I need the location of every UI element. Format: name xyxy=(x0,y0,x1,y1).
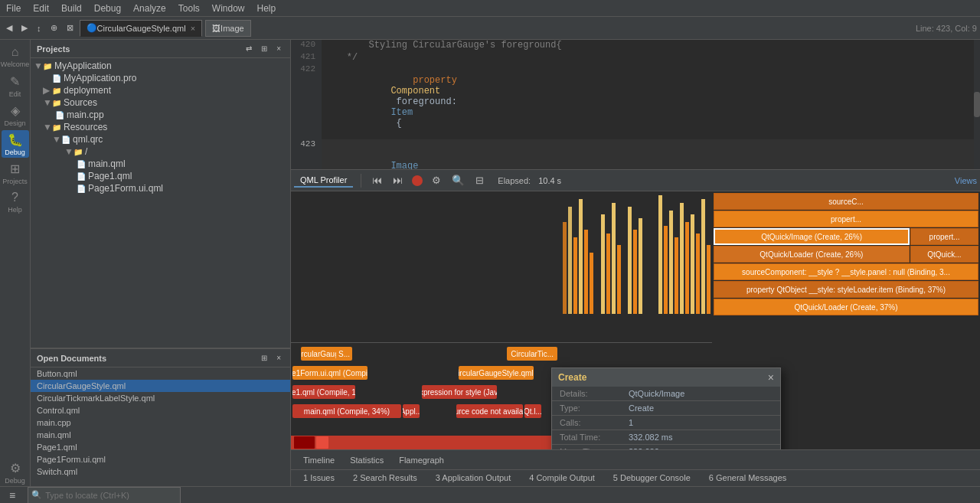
menu-debug[interactable]: Debug xyxy=(88,2,127,15)
open-docs-split-btn[interactable]: ⊞ xyxy=(258,352,270,364)
menu-file[interactable]: File xyxy=(0,2,27,15)
search-input[interactable] xyxy=(45,491,177,500)
menu-window[interactable]: Window xyxy=(206,2,251,15)
tab-image[interactable]: 🖼 Image xyxy=(205,20,251,37)
menu-analyze[interactable]: Analyze xyxy=(127,2,172,15)
svg-rect-7 xyxy=(606,234,610,314)
views-button[interactable]: Views xyxy=(955,176,977,185)
tree-item-slash[interactable]: ▼ 📁 / xyxy=(31,145,290,158)
code-scrollbar-thumb[interactable] xyxy=(974,92,980,118)
doc-item-button[interactable]: Button.qml xyxy=(31,367,290,380)
doc-item-page1form[interactable]: Page1Form.ui.qml xyxy=(31,453,290,465)
panel-close-btn[interactable]: × xyxy=(273,43,284,54)
sidebar-icon-help[interactable]: ? Help xyxy=(2,188,29,216)
right-block-source-component[interactable]: sourceComponent: __style ? __style.panel… xyxy=(714,263,978,280)
line-content-420: Styling CircularGauge's foreground{ xyxy=(322,40,562,52)
sidebar-icon-design[interactable]: ◈ Design xyxy=(2,101,29,129)
right-block-qtquick2[interactable]: QtQuick... xyxy=(910,246,978,263)
profiler-tabs-bar: Timeline Statistics Flamegraph xyxy=(291,449,980,469)
tab-timeline[interactable]: Timeline xyxy=(297,454,341,466)
panel-sync-btn[interactable]: ⇄ xyxy=(243,43,255,54)
profiler-prev-btn[interactable]: ⏮ xyxy=(369,173,385,188)
right-block-sourcec[interactable]: sourceC... xyxy=(714,193,978,210)
popup-close-btn[interactable]: × xyxy=(768,371,774,384)
menu-edit[interactable]: Edit xyxy=(27,2,55,15)
search-container[interactable]: 🔍 xyxy=(28,487,181,504)
doc-item-circular[interactable]: CircularGaugeStyle.qml xyxy=(31,380,290,392)
right-row-4: sourceComponent: __style ? __style.panel… xyxy=(714,263,978,280)
menu-build[interactable]: Build xyxy=(55,2,88,15)
tab-general[interactable]: 6 General Messages xyxy=(703,472,793,485)
tab-circular-gauge[interactable]: 🔵 CircularGaugeStyle.qml × xyxy=(80,20,203,37)
tab-statistics[interactable]: Statistics xyxy=(344,454,390,466)
forward-button[interactable]: ▶ xyxy=(18,21,31,34)
profiler-config-btn[interactable]: ⚙ xyxy=(429,173,444,188)
tl-circular-gauge-style[interactable]: CircularGaugeStyle.qml... xyxy=(459,366,534,380)
doc-item-tickmark[interactable]: CircularTickmarkLabelStyle.qml xyxy=(31,392,290,404)
doc-item-page1[interactable]: Page1.qml xyxy=(31,441,290,453)
tree-item-page1form[interactable]: 📄 Page1Form.ui.qml xyxy=(31,182,290,194)
tab-search[interactable]: 2 Search Results xyxy=(347,472,423,485)
doc-item-maincpp[interactable]: main.cpp xyxy=(31,416,290,429)
svg-rect-6 xyxy=(601,214,605,314)
tree-item-mainqml[interactable]: 📄 main.qml xyxy=(31,158,290,170)
tree-item-page1qml[interactable]: 📄 Page1.qml xyxy=(31,170,290,182)
doc-item-mainqml[interactable]: main.qml xyxy=(31,429,290,441)
profiler-next-btn[interactable]: ⏭ xyxy=(390,173,406,188)
tab-issues[interactable]: 1 Issues xyxy=(297,472,341,485)
profiler-filter-btn[interactable]: ⊟ xyxy=(472,173,487,188)
tree-item-resources[interactable]: ▼ 📁 Resources xyxy=(31,121,290,133)
tl-expression-style[interactable]: expression for style (Jav... xyxy=(422,385,497,399)
tab-app-output[interactable]: 3 Application Output xyxy=(430,472,517,485)
svg-rect-9 xyxy=(617,245,621,314)
profiler-search-btn[interactable]: 🔍 xyxy=(449,173,468,188)
tl-appl[interactable]: Appl... xyxy=(403,404,420,418)
tree-item-sources[interactable]: ▼ 📁 Sources xyxy=(31,96,290,109)
toolbar-btn-5[interactable]: ⊠ xyxy=(64,21,77,34)
tab-close-circular[interactable]: × xyxy=(191,24,195,33)
right-row-0: sourceC... xyxy=(714,193,978,210)
record-button[interactable] xyxy=(412,175,423,186)
design-icon: ◈ xyxy=(11,103,20,118)
code-scrollbar[interactable] xyxy=(974,40,980,169)
menu-tools[interactable]: Tools xyxy=(172,2,206,15)
tree-item-qmlqrc[interactable]: ▼ 📄 qml.qrc xyxy=(31,133,290,145)
sidebar-icon-projects[interactable]: ⊞ Projects xyxy=(2,159,29,187)
right-block-qtquick-loader2[interactable]: QtQuick/Loader (Create, 37%) xyxy=(714,299,978,315)
tl-s[interactable]: S... xyxy=(336,347,353,361)
sidebar-icon-welcome[interactable]: ⌂ Welcome xyxy=(2,43,29,70)
doc-item-switch[interactable]: Switch.qml xyxy=(31,465,290,478)
panel-split-btn[interactable]: ⊞ xyxy=(258,43,270,54)
profiler-title[interactable]: QML Profiler xyxy=(294,174,353,188)
status-menu-btn[interactable]: ≡ xyxy=(6,489,18,501)
tree-item-pro[interactable]: 📄 MyApplication.pro xyxy=(31,72,290,84)
open-docs-close-btn[interactable]: × xyxy=(273,352,284,364)
doc-item-control[interactable]: Control.qml xyxy=(31,404,290,416)
tree-item-deployment[interactable]: ▶ 📁 deployment xyxy=(31,84,290,96)
right-block-qtquick-image[interactable]: QtQuick/Image (Create, 26%) xyxy=(714,228,910,245)
tl-circular-tic[interactable]: CircularTic... xyxy=(507,347,557,361)
tl-mainqml[interactable]: main.qml (Compile, 34%) xyxy=(292,404,401,418)
menu-help[interactable]: Help xyxy=(251,2,283,15)
sidebar-icon-debug-bottom[interactable]: ⚙ Debug xyxy=(2,459,29,486)
sidebar-icon-debug[interactable]: 🐛 Debug xyxy=(2,130,29,158)
right-block-property-qtobject[interactable]: property QtObject __style: styleLoader.i… xyxy=(714,281,978,298)
toolbar-btn-3[interactable]: ↕ xyxy=(34,22,44,34)
tl-qtl[interactable]: Qt.l... xyxy=(524,404,541,418)
tl-page1qml[interactable]: Page1.qml (Compile, 18%) xyxy=(292,385,355,399)
right-block-propert2[interactable]: propert... xyxy=(910,228,978,245)
sidebar-icon-edit[interactable]: ✎ Edit xyxy=(2,72,29,100)
line-content-423[interactable]: Image { xyxy=(322,139,435,170)
popup-label-calls: Calls: xyxy=(560,418,629,427)
tab-compile[interactable]: 4 Compile Output xyxy=(523,472,601,485)
tree-item-maincpp[interactable]: 📄 main.cpp xyxy=(31,109,290,121)
back-button[interactable]: ◀ xyxy=(3,21,15,34)
tl-source-not-avail[interactable]: Source code not availab... xyxy=(456,404,523,418)
right-block-qtquick-loader[interactable]: QtQuick/Loader (Create, 26%) xyxy=(714,246,910,263)
tree-root[interactable]: ▼ 📁 MyApplication xyxy=(31,60,290,72)
toolbar-btn-4[interactable]: ⊕ xyxy=(47,21,60,34)
tl-page1form[interactable]: Page1Form.ui.qml (Compile,... xyxy=(292,366,368,380)
tab-debugger[interactable]: 5 Debugger Console xyxy=(607,472,697,485)
tab-flamegraph[interactable]: Flamegraph xyxy=(393,454,450,466)
right-block-propert[interactable]: propert... xyxy=(714,211,978,227)
